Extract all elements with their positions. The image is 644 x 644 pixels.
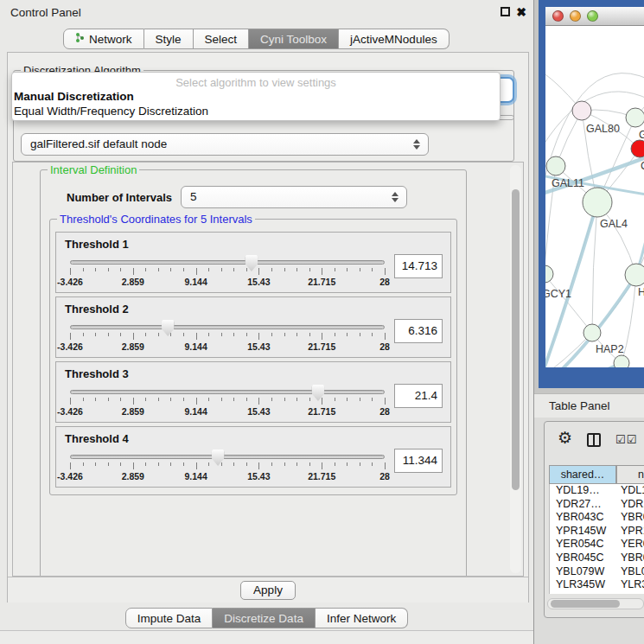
table-header: shared… n xyxy=(549,465,644,484)
slider-track[interactable] xyxy=(70,455,385,459)
table-row[interactable]: YER054CYER0 xyxy=(550,538,644,552)
table-row[interactable]: YBL079WYBL0 xyxy=(550,565,644,579)
control-panel-titlebar: Control Panel ✖ xyxy=(0,0,533,26)
network-node[interactable] xyxy=(625,264,644,286)
network-view-window: GAL80GACGAL11GAL4GCY1HHAP2 xyxy=(539,0,644,388)
tab-jactivemnodules[interactable]: jActiveMNodules xyxy=(339,29,450,49)
network-icon xyxy=(75,32,85,46)
zoom-traffic-light-icon[interactable] xyxy=(587,10,598,22)
slider-track[interactable] xyxy=(70,260,385,265)
column-header-name[interactable]: n xyxy=(616,465,644,484)
vertical-scrollbar[interactable] xyxy=(510,165,521,573)
close-icon[interactable]: ✖ xyxy=(516,7,526,17)
network-node[interactable] xyxy=(572,101,591,120)
panel-title: Control Panel xyxy=(10,6,81,19)
table-row[interactable]: YDL19…YDL1 xyxy=(550,484,644,498)
table-row[interactable]: YBR043CYBR0 xyxy=(550,511,644,525)
slider-ticks xyxy=(70,462,385,470)
tab-network[interactable]: Network xyxy=(63,29,144,49)
node-label: GCY1 xyxy=(545,288,571,300)
slider-ticks xyxy=(70,268,385,276)
tab-select[interactable]: Select xyxy=(194,29,250,49)
algorithm-hint: Select algorithm to view settings xyxy=(12,73,500,89)
threshold-label: Threshold 4 xyxy=(65,432,129,445)
cell-shared-name: YIL052C xyxy=(550,592,617,594)
network-node[interactable] xyxy=(546,156,565,175)
network-node[interactable] xyxy=(545,265,553,283)
column-header-shared[interactable]: shared… xyxy=(549,465,616,484)
table-data-combobox[interactable]: galFiltered.sif default node xyxy=(21,133,429,156)
slider-tick-labels: -3.4262.8599.14415.4321.71528 xyxy=(70,406,385,418)
table-data-group: Table Data galFiltered.sif default node xyxy=(13,115,514,162)
threshold-row: Threshold 2-3.4262.8599.14415.4321.71528… xyxy=(55,296,451,358)
threshold-label: Threshold 2 xyxy=(65,303,129,316)
split-columns-icon[interactable] xyxy=(587,433,601,447)
table-row[interactable]: YBR045CYBR0 xyxy=(550,552,644,565)
slider-tick-labels: -3.4262.8599.14415.4321.71528 xyxy=(70,471,385,482)
network-graph[interactable]: GAL80GACGAL11GAL4GCY1HHAP2 xyxy=(545,26,644,367)
slider-track[interactable] xyxy=(70,325,385,329)
node-label: GAL80 xyxy=(586,123,620,135)
tab-cyni-toolbox[interactable]: Cyni Toolbox xyxy=(249,29,339,49)
panel-footer xyxy=(0,630,533,644)
algorithm-option[interactable]: Manual Discretization xyxy=(12,89,500,104)
checkbox-icons[interactable]: ☑☑ xyxy=(615,433,637,446)
cell-shared-name: YDR27… xyxy=(550,498,617,512)
apply-button[interactable]: Apply xyxy=(240,581,296,600)
settings-scrollpane: Interval Definition Number of Intervals … xyxy=(12,162,524,577)
slider-tick-labels: -3.4262.8599.14415.4321.71528 xyxy=(70,277,385,288)
network-node[interactable] xyxy=(583,188,612,217)
slider-track[interactable] xyxy=(70,390,385,394)
table-row[interactable]: YPR145WYPR1 xyxy=(550,525,644,539)
network-node[interactable] xyxy=(626,108,644,127)
minimize-traffic-light-icon[interactable] xyxy=(570,10,581,22)
tab-discretize-data[interactable]: Discretize Data xyxy=(213,608,316,628)
number-of-intervals-combobox[interactable]: 5 xyxy=(181,186,407,208)
cell-name: YBR0 xyxy=(617,511,644,525)
network-node[interactable] xyxy=(614,355,629,367)
threshold-slider[interactable]: -3.4262.8599.14415.4321.71528 xyxy=(70,455,385,482)
tab-label: jActiveMNodules xyxy=(350,33,437,46)
threshold-slider[interactable]: -3.4262.8599.14415.4321.71528 xyxy=(70,390,385,418)
cell-shared-name: YBR043C xyxy=(550,511,617,525)
threshold-value-field[interactable]: 14.713 xyxy=(394,254,443,278)
tab-label: Discretize Data xyxy=(224,612,303,625)
cyni-toolbox-content: Discretization Algorithm Select algorith… xyxy=(7,52,529,603)
tab-label: Style xyxy=(156,33,182,46)
threshold-value-field[interactable]: 6.316 xyxy=(394,319,443,343)
threshold-value-field[interactable]: 21.4 xyxy=(394,384,443,408)
table-row[interactable]: YIL052CYIL0 xyxy=(550,592,644,594)
tab-label: Select xyxy=(205,33,238,46)
threshold-slider[interactable]: -3.4262.8599.14415.4321.71528 xyxy=(70,260,385,288)
slider-ticks xyxy=(70,333,385,341)
table-data-value: galFiltered.sif default node xyxy=(30,137,167,150)
network-node[interactable] xyxy=(631,140,644,157)
top-tab-bar: NetworkStyleSelectCyni ToolboxjActiveMNo… xyxy=(63,29,450,49)
close-traffic-light-icon[interactable] xyxy=(552,10,564,22)
table-subwindow: ⚙ ☑☑ shared… n YDL19…YDL1YDR27…YDR2YBR04… xyxy=(544,421,644,618)
table-row[interactable]: YLR345WYLR3 xyxy=(550,578,644,592)
tab-label: Impute Data xyxy=(137,612,201,625)
threshold-slider[interactable]: -3.4262.8599.14415.4321.71528 xyxy=(70,325,385,353)
gear-icon[interactable]: ⚙ xyxy=(558,430,572,446)
tab-style[interactable]: Style xyxy=(144,29,194,49)
tab-label: Network xyxy=(89,33,132,46)
cell-shared-name: YBL079W xyxy=(550,565,617,579)
network-node[interactable] xyxy=(583,324,601,341)
network-canvas[interactable]: GAL80GACGAL11GAL4GCY1HHAP2 xyxy=(545,26,644,367)
table-panel-title: Table Panel xyxy=(549,399,610,412)
horizontal-scrollbar[interactable] xyxy=(547,598,644,609)
node-label: H xyxy=(638,286,644,298)
interval-definition-title: Interval Definition xyxy=(48,163,139,176)
algorithm-option[interactable]: Equal Width/Frequency Discretization xyxy=(12,104,500,118)
threshold-value-field[interactable]: 11.344 xyxy=(394,449,443,473)
network-window-titlebar xyxy=(545,7,644,26)
node-label: GAL4 xyxy=(600,218,628,230)
table-row[interactable]: YDR27…YDR2 xyxy=(550,498,644,512)
float-window-icon[interactable] xyxy=(501,7,510,16)
tab-impute-data[interactable]: Impute Data xyxy=(125,608,214,628)
cell-shared-name: YBR045C xyxy=(550,552,617,565)
bottom-tab-bar: Impute DataDiscretize DataInfer Network xyxy=(0,608,533,628)
tab-infer-network[interactable]: Infer Network xyxy=(316,608,408,628)
table-toolbar: ⚙ ☑☑ xyxy=(545,422,644,462)
